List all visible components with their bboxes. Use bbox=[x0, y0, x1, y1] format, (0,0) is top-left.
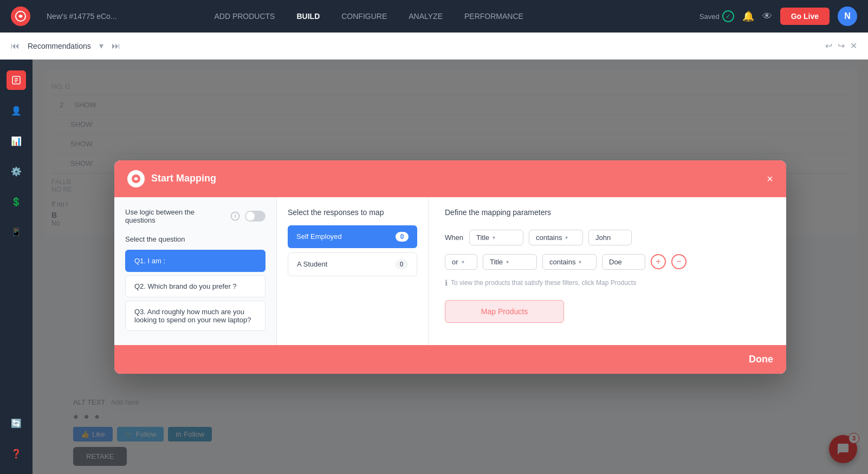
undo-icon[interactable]: ↩ bbox=[825, 41, 832, 51]
filter-value-input-2[interactable]: Doe bbox=[602, 254, 645, 270]
top-nav: ADD PRODUCTS BUILD CONFIGURE ANALYZE PER… bbox=[211, 9, 526, 23]
add-filter-button[interactable]: + bbox=[651, 254, 666, 269]
chevron-down-icon-5: ▾ bbox=[579, 259, 581, 265]
toggle-knob bbox=[246, 212, 255, 220]
sidebar-icon-billing[interactable]: 💲 bbox=[7, 192, 26, 211]
question-item-q3[interactable]: Q3. And roughly how much are you looking… bbox=[125, 301, 265, 331]
sidebar-icon-analytics[interactable]: 📊 bbox=[7, 131, 26, 151]
response-label-student: A Student bbox=[297, 260, 327, 268]
filter-value-input-1[interactable]: John bbox=[588, 230, 632, 245]
top-bar: New's #14775 eCo... ADD PRODUCTS BUILD C… bbox=[0, 0, 868, 33]
sidebar-icon-user[interactable]: 👤 bbox=[7, 101, 26, 120]
done-button[interactable]: Done bbox=[749, 354, 773, 365]
left-panel: Use logic between the questions i Select… bbox=[114, 197, 277, 345]
sidebar: 👤 📊 ⚙️ 💲 📱 🔄 ❓ bbox=[0, 60, 33, 474]
logic-toggle-row: Use logic between the questions i bbox=[125, 208, 265, 224]
nav-analyze[interactable]: ANALYZE bbox=[406, 9, 445, 23]
app-background: New's #14775 eCo... ADD PRODUCTS BUILD C… bbox=[0, 0, 868, 474]
question-item-q1[interactable]: Q1. I am : bbox=[125, 250, 265, 272]
go-live-button[interactable]: Go Live bbox=[780, 8, 830, 25]
right-panel: Define the mapping parameters When Title… bbox=[429, 197, 786, 345]
logic-toggle[interactable] bbox=[245, 211, 265, 222]
info-icon[interactable]: i bbox=[231, 212, 239, 220]
user-avatar[interactable]: N bbox=[838, 7, 857, 26]
sidebar-icon-refresh[interactable]: 🔄 bbox=[7, 413, 26, 433]
nav-configure[interactable]: CONFIGURE bbox=[339, 9, 390, 23]
map-products-button[interactable]: Map Products bbox=[445, 300, 564, 323]
preview-icon[interactable]: 👁 bbox=[762, 11, 772, 22]
response-item-student[interactable]: A Student 0 bbox=[288, 252, 417, 276]
modal-title: Start Mapping bbox=[151, 173, 216, 184]
modal-header-icon bbox=[127, 170, 145, 187]
modal-header: Start Mapping × bbox=[114, 160, 786, 197]
filter-row-1: When Title ▾ contains ▾ J bbox=[445, 230, 770, 245]
redo-icon[interactable]: ↪ bbox=[838, 41, 845, 51]
filter-operator-select-1[interactable]: contains ▾ bbox=[529, 230, 583, 245]
start-mapping-modal: Start Mapping × Use logic between the qu… bbox=[114, 160, 786, 374]
sidebar-icon-mobile[interactable]: 📱 bbox=[7, 222, 26, 242]
info-circle-icon: ℹ bbox=[445, 278, 448, 287]
response-label-self-employed: Self Employed bbox=[296, 232, 342, 241]
chevron-down-icon-3: ▾ bbox=[462, 259, 464, 265]
notification-icon[interactable]: 🔔 bbox=[742, 10, 754, 22]
app-logo[interactable] bbox=[11, 7, 30, 26]
middle-panel-title: Select the responses to map bbox=[288, 208, 417, 217]
saved-check-icon: ✓ bbox=[722, 10, 734, 22]
middle-panel: Select the responses to map Self Employe… bbox=[277, 197, 429, 345]
chevron-down-icon-2: ▾ bbox=[565, 235, 568, 241]
chevron-down-icon: ▾ bbox=[493, 235, 495, 241]
right-panel-title: Define the mapping parameters bbox=[445, 208, 770, 217]
main-content: NO. O 2SHOW SHOW SHOW SHOW FALLB NO RE I… bbox=[33, 60, 868, 474]
saved-indicator: Saved ✓ bbox=[699, 10, 734, 22]
response-badge-self-employed: 0 bbox=[396, 232, 409, 242]
next-icon[interactable]: ⏭ bbox=[112, 41, 120, 51]
filter-connector-1: When bbox=[445, 233, 464, 242]
modal-overlay: Start Mapping × Use logic between the qu… bbox=[33, 60, 868, 474]
question-item-q2[interactable]: Q2. Which brand do you prefer ? bbox=[125, 275, 265, 297]
response-badge-student: 0 bbox=[395, 259, 408, 269]
filter-field-select-1[interactable]: Title ▾ bbox=[469, 230, 523, 245]
remove-filter-button[interactable]: − bbox=[671, 254, 686, 269]
sub-bar: ⏮ Recommendations ▾ ⏭ ↩ ↪ ✕ bbox=[0, 33, 868, 60]
chevron-down-icon-4: ▾ bbox=[506, 259, 509, 265]
nav-performance[interactable]: PERFORMANCE bbox=[462, 9, 526, 23]
response-item-self-employed[interactable]: Self Employed 0 bbox=[288, 225, 417, 248]
filter-connector-select-2[interactable]: or ▾ bbox=[445, 254, 477, 270]
close-icon[interactable]: ✕ bbox=[850, 41, 857, 51]
sidebar-icon-settings[interactable]: ⚙️ bbox=[7, 161, 26, 181]
modal-footer: Done bbox=[114, 345, 786, 374]
filter-row-2: or ▾ Title ▾ contains ▾ bbox=[445, 254, 770, 270]
logic-label: Use logic between the questions bbox=[125, 208, 225, 224]
modal-body: Use logic between the questions i Select… bbox=[114, 197, 786, 345]
app-title: New's #14775 eCo... bbox=[47, 12, 117, 21]
hint-text: ℹ To view the products that satisfy thes… bbox=[445, 278, 770, 287]
chevron-down-icon[interactable]: ▾ bbox=[99, 41, 103, 51]
nav-build[interactable]: BUILD bbox=[294, 9, 322, 23]
content-area: 👤 📊 ⚙️ 💲 📱 🔄 ❓ NO. O 2SHOW SHOW SHOW SHO… bbox=[0, 60, 868, 474]
select-question-label: Select the question bbox=[125, 235, 265, 243]
filter-operator-select-2[interactable]: contains ▾ bbox=[542, 254, 597, 270]
filter-field-select-2[interactable]: Title ▾ bbox=[483, 254, 537, 270]
nav-add-products[interactable]: ADD PRODUCTS bbox=[211, 9, 277, 23]
sidebar-icon-quiz[interactable] bbox=[7, 70, 26, 90]
modal-close-button[interactable]: × bbox=[767, 173, 773, 184]
sidebar-icon-help[interactable]: ❓ bbox=[7, 444, 26, 463]
top-bar-right: Saved ✓ 🔔 👁 Go Live N bbox=[699, 7, 857, 26]
prev-icon[interactable]: ⏮ bbox=[11, 41, 20, 51]
recommendations-tab[interactable]: Recommendations bbox=[28, 42, 91, 50]
